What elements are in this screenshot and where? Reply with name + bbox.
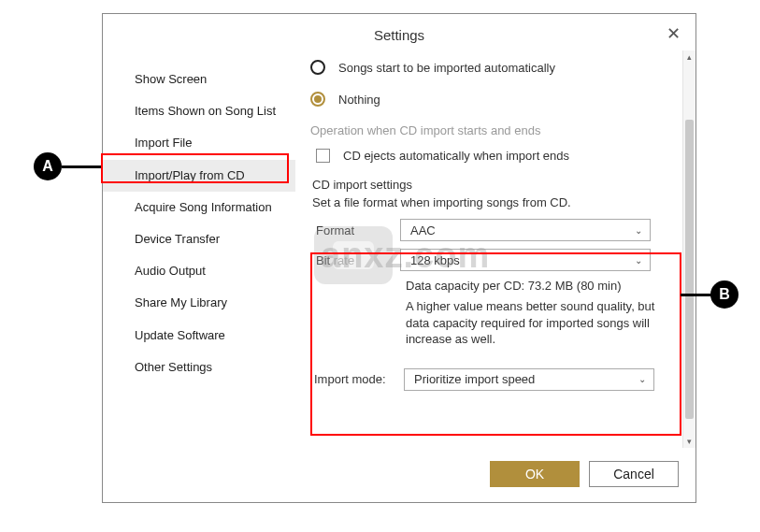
checkbox-icon [316,149,330,163]
sidebar-item-audio-output[interactable]: Audio Output [103,255,295,287]
chevron-down-icon: ⌄ [635,225,642,236]
radio-dot-icon [314,95,322,103]
sidebar-item-import-cd[interactable]: Import/Play from CD [103,160,295,192]
format-value: AAC [410,223,436,237]
dialog-body: Show Screen Items Shown on Song List Imp… [103,50,695,448]
bitrate-note: A higher value means better sound qualit… [406,298,656,348]
callout-b-line [681,294,712,296]
content-pane: Songs start to be imported automatically… [295,50,695,448]
bitrate-value: 128 kbps [410,253,460,267]
import-mode-value: Prioritize import speed [414,372,535,386]
sidebar-item-import-file[interactable]: Import File [103,127,295,159]
sidebar-item-device-transfer[interactable]: Device Transfer [103,223,295,255]
sidebar-item-label: Import File [135,136,192,150]
bitrate-dropdown[interactable]: 128 kbps ⌄ [400,249,651,271]
import-settings-heading: CD import settings [312,178,675,192]
close-icon[interactable]: ✕ [667,25,681,42]
import-mode-label: Import mode: [310,372,404,386]
scroll-up-icon[interactable]: ▴ [683,50,695,64]
format-label: Format [312,223,400,237]
radio-icon-selected [310,92,325,107]
capacity-text: Data capacity per CD: 73.2 MB (80 min) [406,279,675,293]
sidebar-item-label: Audio Output [135,264,206,278]
sidebar-item-label: Share My Library [135,295,227,309]
callout-b-label: B [719,286,730,303]
sidebar-item-label: Acquire Song Information [135,200,272,214]
sidebar-item-song-list[interactable]: Items Shown on Song List [103,95,295,127]
sidebar-item-label: Items Shown on Song List [135,104,276,118]
import-settings-section: CD import settings Set a file format whe… [310,176,677,348]
scrollbar[interactable]: ▴ ▾ [682,50,695,448]
sidebar-item-label: Device Transfer [135,232,220,246]
radio-auto-row[interactable]: Songs start to be imported automatically [310,60,690,75]
sidebar-item-label: Show Screen [135,72,207,86]
settings-dialog: Settings ✕ Show Screen Items Shown on So… [102,13,696,503]
eject-checkbox-row[interactable]: CD ejects automatically when import ends [316,149,690,163]
chevron-down-icon: ⌄ [635,255,642,266]
radio-auto-label: Songs start to be imported automatically [338,61,555,75]
cancel-button[interactable]: Cancel [589,461,679,487]
sidebar: Show Screen Items Shown on Song List Imp… [103,50,295,448]
sidebar-item-label: Update Software [135,328,225,342]
radio-nothing-row[interactable]: Nothing [310,92,690,107]
callout-a-label: A [42,158,53,175]
sidebar-item-label: Other Settings [135,360,212,374]
scroll-down-icon[interactable]: ▾ [683,435,695,448]
eject-label: CD ejects automatically when import ends [343,149,569,163]
format-dropdown[interactable]: AAC ⌄ [400,219,651,241]
callout-b-badge: B [710,280,738,309]
sidebar-item-label: Import/Play from CD [135,168,245,182]
import-mode-row: Import mode: Prioritize import speed ⌄ [310,368,677,391]
sidebar-item-update-software[interactable]: Update Software [103,320,295,352]
import-mode-dropdown[interactable]: Prioritize import speed ⌄ [404,368,654,391]
bitrate-row: Bit rate 128 kbps ⌄ [312,249,675,271]
callout-a-line [62,165,101,168]
callout-a-badge: A [34,152,62,180]
ok-label: OK [525,467,544,482]
dialog-header: Settings ✕ [103,14,695,50]
dialog-title: Settings [374,27,424,43]
chevron-down-icon: ⌄ [638,374,646,384]
radio-nothing-label: Nothing [338,93,380,107]
sidebar-item-show-screen[interactable]: Show Screen [103,64,295,95]
import-settings-desc: Set a file format when importing songs f… [312,195,675,209]
format-row: Format AAC ⌄ [312,219,675,241]
bitrate-label: Bit rate [312,253,400,267]
ok-button[interactable]: OK [490,461,580,487]
cancel-label: Cancel [613,467,654,482]
scroll-thumb[interactable] [685,120,694,419]
sidebar-item-acquire-info[interactable]: Acquire Song Information [103,192,295,223]
dialog-footer: OK Cancel [103,448,695,502]
sidebar-item-share-library[interactable]: Share My Library [103,287,295,319]
radio-icon [310,60,325,75]
operation-heading: Operation when CD import starts and ends [310,123,690,137]
sidebar-item-other-settings[interactable]: Other Settings [103,352,295,383]
